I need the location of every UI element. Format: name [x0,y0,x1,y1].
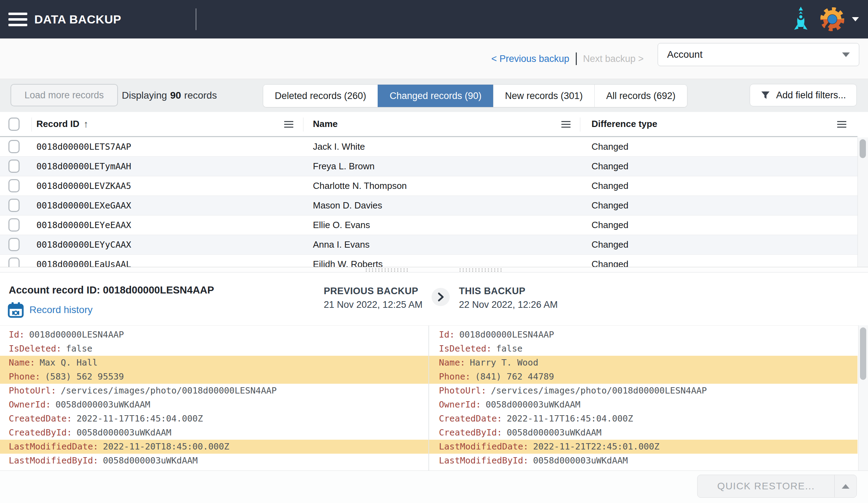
record-history-link[interactable]: Record history [8,302,93,318]
diff-field: IsDeleted:false [0,342,428,356]
diff-field: LastModifiedById:0058d000003uWKdAAM [429,454,858,468]
quick-restore-menu-button[interactable] [834,475,856,497]
diff-vertical-scrollbar[interactable] [858,325,868,470]
difference-type-cell: Changed [592,176,629,196]
navbar-right [794,0,859,38]
table-header-row: Record ID ↑ Name Difference type [0,112,858,137]
displaying-prefix: Displaying [122,90,167,101]
column-menu-icon[interactable] [837,121,846,128]
diff-field: CreatedById:0058d000003uWKdAAM [429,426,858,440]
name-cell: Eilidh W. Roberts [313,255,383,267]
name-cell: Charlotte N. Thompson [313,176,407,196]
gear-logo-icon[interactable] [820,7,844,31]
diff-field: Id:0018d00000LESN4AAP [0,328,428,342]
table-row[interactable]: 0018d00000LEYyCAAX Anna I. Evans Changed [0,235,858,255]
record-id-cell: 0018d00000LETymAAH [36,157,131,176]
record-diff-view: Id:0018d00000LESN4AAP IsDeleted:false Na… [0,325,858,470]
select-all-checkbox[interactable] [8,118,20,131]
table-vertical-scrollbar[interactable] [858,137,868,267]
scrollbar-thumb[interactable] [860,139,866,158]
backup-navigation-bar: < Previous backup Next backup > Account [0,38,868,79]
this-backup-block: THIS BACKUP 22 Nov 2022, 12:26 AM [459,286,558,310]
difference-type-header-label: Difference type [592,119,657,129]
record-id-cell: 0018d00000LEXeGAAX [36,196,131,215]
tab-new-records[interactable]: New records (301) [493,85,594,107]
scrollbar-thumb[interactable] [860,327,866,380]
row-checkbox[interactable] [8,140,20,153]
rocket-icon[interactable] [794,7,808,32]
quick-restore-split-button: QUICK RESTORE... [697,475,857,498]
column-header-name[interactable]: Name [313,112,338,136]
difference-type-cell: Changed [592,255,629,267]
table-row[interactable]: 0018d00000LEaUsAAL Eilidh W. Roberts Cha… [0,255,858,267]
tab-all-records[interactable]: All records (692) [594,85,687,107]
table-row[interactable]: 0018d00000LETymAAH Freya L. Brown Change… [0,157,858,176]
table-row[interactable]: 0018d00000LEXeGAAX Mason D. Davies Chang… [0,196,858,215]
row-checkbox[interactable] [8,199,20,212]
tab-changed-records[interactable]: Changed records (90) [378,85,493,107]
column-divider [31,118,32,132]
name-cell: Mason D. Davies [313,196,382,215]
add-field-filters-button[interactable]: Add field filters... [750,84,857,106]
hamburger-menu-icon[interactable] [8,13,27,26]
table-row[interactable]: 0018d00000LETS7AAP Jack I. White Changed [0,137,858,157]
previous-backup-link[interactable]: < Previous backup [491,54,569,64]
previous-backup-block: PREVIOUS BACKUP 21 Nov 2022, 12:25 AM [324,286,422,310]
table-row[interactable]: 0018d00000LEYeEAAX Ellie O. Evans Change… [0,215,858,235]
splitter-grip-icon[interactable] [458,268,502,272]
record-id-cell: 0018d00000LEVZKAA5 [36,176,131,196]
object-selector-value: Account [667,49,702,60]
table-body: 0018d00000LETS7AAP Jack I. White Changed… [0,137,868,267]
chevron-right-icon [432,288,450,306]
displaying-suffix: records [184,90,217,101]
diff-field: IsDeleted:false [429,342,858,356]
diff-field: Id:0018d00000LESN4AAP [429,328,858,342]
backup-links-divider [576,52,577,65]
diff-field-changed: Phone:(841) 762 44789 [429,370,858,384]
user-menu-caret-icon[interactable] [852,17,859,21]
row-checkbox[interactable] [8,179,20,192]
name-cell: Ellie O. Evans [313,215,370,235]
column-menu-icon[interactable] [561,121,570,128]
top-navbar: DATA BACKUP [0,0,868,38]
displaying-count: 90 [170,90,181,101]
backup-links: < Previous backup Next backup > [491,38,644,79]
row-checkbox[interactable] [8,257,20,267]
diff-field: PhotoUrl:/services/images/photo/0018d000… [429,384,858,398]
panel-resize-splitter[interactable] [0,267,868,272]
record-detail-title: Account record ID: 0018d00000LESN4AAP [9,284,214,296]
difference-type-cell: Changed [592,235,629,254]
quick-restore-button[interactable]: QUICK RESTORE... [698,475,834,497]
next-backup-link[interactable]: Next backup > [583,54,644,64]
tab-deleted-records[interactable]: Deleted records (260) [263,85,378,107]
records-toolbar: Load more records Displaying 90 records … [0,79,868,112]
diff-field: CreatedDate:2022-11-17T16:45:04.000Z [0,412,428,426]
record-id-cell: 0018d00000LETS7AAP [36,137,131,156]
add-field-filters-label: Add field filters... [776,90,846,101]
column-header-difference-type[interactable]: Difference type [592,112,657,136]
record-id-header-label: Record ID [36,119,79,129]
diff-field: CreatedById:0058d000003uWKdAAM [0,426,428,440]
column-divider [303,118,303,132]
column-menu-icon[interactable] [284,121,293,128]
previous-backup-fields: Id:0018d00000LESN4AAP IsDeleted:false Na… [0,326,429,470]
table-row[interactable]: 0018d00000LEVZKAA5 Charlotte N. Thompson… [0,176,858,196]
previous-backup-date: 21 Nov 2022, 12:25 AM [324,299,422,310]
diff-field-changed: LastModifiedDate:2022-11-21T22:45:01.000… [429,440,858,454]
row-checkbox[interactable] [8,238,20,251]
record-history-icon [8,302,24,318]
diff-field: PhotoUrl:/services/images/photo/0018d000… [0,384,428,398]
load-more-records-button[interactable]: Load more records [10,84,118,106]
row-checkbox[interactable] [8,160,20,173]
object-selector-dropdown[interactable]: Account [658,43,859,66]
difference-type-cell: Changed [592,157,629,176]
name-cell: Anna I. Evans [313,235,370,254]
splitter-grip-icon[interactable] [365,268,408,272]
name-cell: Freya L. Brown [313,157,374,176]
difference-type-cell: Changed [592,196,629,215]
sort-ascending-icon[interactable]: ↑ [84,119,89,130]
filter-icon [761,90,770,100]
column-header-record-id[interactable]: Record ID ↑ [36,112,89,136]
name-cell: Jack I. White [313,137,365,156]
row-checkbox[interactable] [8,218,20,232]
